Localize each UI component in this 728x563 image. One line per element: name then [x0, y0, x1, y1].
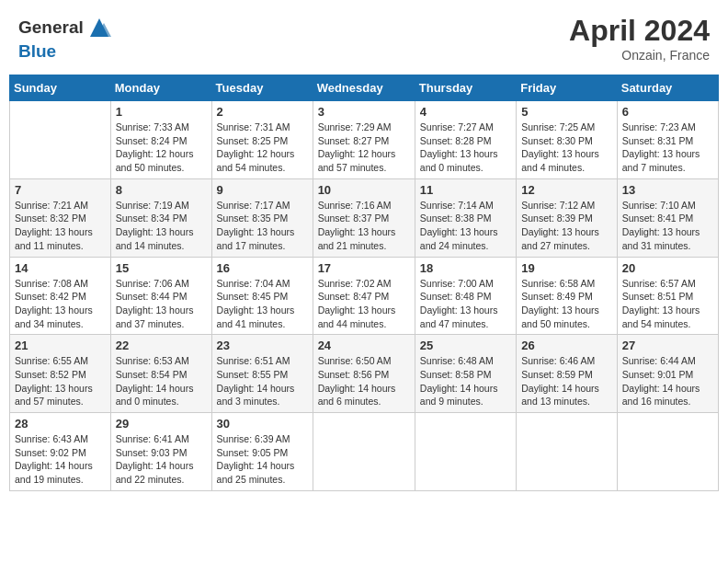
calendar-cell: 18Sunrise: 7:00 AM Sunset: 8:48 PM Dayli…	[415, 257, 516, 335]
logo-blue: Blue	[18, 41, 56, 62]
month-title: April 2024	[569, 14, 710, 48]
day-number: 21	[15, 339, 106, 352]
calendar-cell: 14Sunrise: 7:08 AM Sunset: 8:42 PM Dayli…	[10, 257, 111, 335]
day-number: 14	[15, 261, 106, 275]
calendar-cell: 12Sunrise: 7:12 AM Sunset: 8:39 PM Dayli…	[517, 178, 618, 257]
calendar-cell: 1Sunrise: 7:33 AM Sunset: 8:24 PM Daylig…	[110, 101, 211, 179]
day-info: Sunrise: 7:08 AM Sunset: 8:42 PM Dayligh…	[15, 277, 106, 331]
day-info: Sunrise: 7:02 AM Sunset: 8:47 PM Dayligh…	[318, 277, 410, 331]
calendar-cell	[617, 413, 718, 491]
day-number: 24	[318, 339, 410, 352]
day-number: 30	[217, 417, 308, 431]
day-number: 2	[217, 105, 308, 119]
calendar-cell	[313, 413, 415, 491]
day-number: 1	[116, 105, 207, 119]
day-info: Sunrise: 7:19 AM Sunset: 8:34 PM Dayligh…	[116, 199, 207, 253]
day-info: Sunrise: 7:10 AM Sunset: 8:41 PM Dayligh…	[622, 199, 713, 253]
calendar-cell: 30Sunrise: 6:39 AM Sunset: 9:05 PM Dayli…	[211, 413, 313, 491]
day-info: Sunrise: 6:50 AM Sunset: 8:56 PM Dayligh…	[318, 354, 410, 408]
day-info: Sunrise: 7:27 AM Sunset: 8:28 PM Dayligh…	[420, 121, 511, 175]
column-header-saturday: Saturday	[617, 75, 718, 101]
location: Onzain, France	[569, 48, 710, 63]
calendar-cell	[415, 413, 516, 491]
day-info: Sunrise: 7:04 AM Sunset: 8:45 PM Dayligh…	[217, 277, 308, 331]
day-number: 6	[622, 105, 713, 119]
calendar-cell: 9Sunrise: 7:17 AM Sunset: 8:35 PM Daylig…	[211, 178, 313, 257]
calendar-cell: 10Sunrise: 7:16 AM Sunset: 8:37 PM Dayli…	[313, 178, 415, 257]
page-header: General Blue April 2024 Onzain, France	[9, 9, 719, 67]
day-info: Sunrise: 6:55 AM Sunset: 8:52 PM Dayligh…	[15, 354, 106, 408]
column-header-wednesday: Wednesday	[313, 75, 415, 101]
day-info: Sunrise: 6:53 AM Sunset: 8:54 PM Dayligh…	[116, 354, 207, 408]
column-header-thursday: Thursday	[415, 75, 516, 101]
calendar-cell: 20Sunrise: 6:57 AM Sunset: 8:51 PM Dayli…	[617, 257, 718, 335]
day-info: Sunrise: 7:33 AM Sunset: 8:24 PM Dayligh…	[116, 121, 207, 175]
calendar-cell: 16Sunrise: 7:04 AM Sunset: 8:45 PM Dayli…	[211, 257, 313, 335]
day-number: 3	[318, 105, 410, 119]
calendar-cell: 24Sunrise: 6:50 AM Sunset: 8:56 PM Dayli…	[313, 335, 415, 413]
calendar-cell: 13Sunrise: 7:10 AM Sunset: 8:41 PM Dayli…	[617, 178, 718, 257]
day-number: 11	[420, 183, 511, 197]
column-header-sunday: Sunday	[10, 75, 111, 101]
day-info: Sunrise: 7:06 AM Sunset: 8:44 PM Dayligh…	[116, 277, 207, 331]
week-row-2: 7Sunrise: 7:21 AM Sunset: 8:32 PM Daylig…	[10, 178, 719, 257]
day-info: Sunrise: 7:14 AM Sunset: 8:38 PM Dayligh…	[420, 199, 511, 253]
day-info: Sunrise: 7:00 AM Sunset: 8:48 PM Dayligh…	[420, 277, 511, 331]
day-number: 20	[622, 261, 713, 275]
day-number: 12	[521, 183, 612, 197]
title-block: April 2024 Onzain, France	[569, 14, 710, 63]
day-number: 8	[116, 183, 207, 197]
day-number: 15	[116, 261, 207, 275]
day-info: Sunrise: 7:16 AM Sunset: 8:37 PM Dayligh…	[318, 199, 410, 253]
day-number: 18	[420, 261, 511, 275]
calendar-cell: 17Sunrise: 7:02 AM Sunset: 8:47 PM Dayli…	[313, 257, 415, 335]
day-number: 5	[521, 105, 612, 119]
day-info: Sunrise: 6:48 AM Sunset: 8:58 PM Dayligh…	[420, 354, 511, 408]
calendar-cell: 25Sunrise: 6:48 AM Sunset: 8:58 PM Dayli…	[415, 335, 516, 413]
calendar-cell: 27Sunrise: 6:44 AM Sunset: 9:01 PM Dayli…	[617, 335, 718, 413]
day-info: Sunrise: 7:31 AM Sunset: 8:25 PM Dayligh…	[217, 121, 308, 175]
day-number: 4	[420, 105, 511, 119]
calendar-cell	[10, 101, 111, 179]
day-number: 19	[521, 261, 612, 275]
day-info: Sunrise: 6:41 AM Sunset: 9:03 PM Dayligh…	[116, 432, 207, 487]
day-info: Sunrise: 6:39 AM Sunset: 9:05 PM Dayligh…	[217, 432, 308, 487]
day-info: Sunrise: 7:23 AM Sunset: 8:31 PM Dayligh…	[622, 121, 713, 175]
day-info: Sunrise: 6:57 AM Sunset: 8:51 PM Dayligh…	[622, 277, 713, 331]
calendar-cell: 15Sunrise: 7:06 AM Sunset: 8:44 PM Dayli…	[110, 257, 211, 335]
week-row-1: 1Sunrise: 7:33 AM Sunset: 8:24 PM Daylig…	[10, 101, 719, 179]
calendar-cell: 2Sunrise: 7:31 AM Sunset: 8:25 PM Daylig…	[211, 101, 313, 179]
calendar-cell: 8Sunrise: 7:19 AM Sunset: 8:34 PM Daylig…	[110, 178, 211, 257]
week-row-5: 28Sunrise: 6:43 AM Sunset: 9:02 PM Dayli…	[10, 413, 719, 491]
column-header-friday: Friday	[517, 75, 618, 101]
calendar-cell: 23Sunrise: 6:51 AM Sunset: 8:55 PM Dayli…	[211, 335, 313, 413]
calendar-cell: 22Sunrise: 6:53 AM Sunset: 8:54 PM Dayli…	[110, 335, 211, 413]
day-info: Sunrise: 7:17 AM Sunset: 8:35 PM Dayligh…	[217, 199, 308, 253]
day-number: 17	[318, 261, 410, 275]
day-number: 27	[622, 339, 713, 352]
calendar-cell: 3Sunrise: 7:29 AM Sunset: 8:27 PM Daylig…	[313, 101, 415, 179]
day-number: 9	[217, 183, 308, 197]
day-info: Sunrise: 7:25 AM Sunset: 8:30 PM Dayligh…	[521, 121, 612, 175]
day-info: Sunrise: 7:29 AM Sunset: 8:27 PM Dayligh…	[318, 121, 410, 175]
calendar-cell: 5Sunrise: 7:25 AM Sunset: 8:30 PM Daylig…	[517, 101, 618, 179]
calendar-cell: 26Sunrise: 6:46 AM Sunset: 8:59 PM Dayli…	[517, 335, 618, 413]
day-info: Sunrise: 6:51 AM Sunset: 8:55 PM Dayligh…	[217, 354, 308, 408]
week-row-3: 14Sunrise: 7:08 AM Sunset: 8:42 PM Dayli…	[10, 257, 719, 335]
calendar-cell: 7Sunrise: 7:21 AM Sunset: 8:32 PM Daylig…	[10, 178, 111, 257]
calendar-cell	[517, 413, 618, 491]
day-number: 22	[116, 339, 207, 352]
calendar-cell: 21Sunrise: 6:55 AM Sunset: 8:52 PM Dayli…	[10, 335, 111, 413]
calendar-cell: 6Sunrise: 7:23 AM Sunset: 8:31 PM Daylig…	[617, 101, 718, 179]
week-row-4: 21Sunrise: 6:55 AM Sunset: 8:52 PM Dayli…	[10, 335, 719, 413]
day-number: 23	[217, 339, 308, 352]
day-number: 25	[420, 339, 511, 352]
day-number: 28	[15, 417, 106, 431]
logo-icon	[85, 14, 113, 41]
day-info: Sunrise: 6:44 AM Sunset: 9:01 PM Dayligh…	[622, 354, 713, 408]
calendar-header-row: SundayMondayTuesdayWednesdayThursdayFrid…	[10, 75, 719, 101]
day-info: Sunrise: 6:46 AM Sunset: 8:59 PM Dayligh…	[521, 354, 612, 408]
calendar-cell: 11Sunrise: 7:14 AM Sunset: 8:38 PM Dayli…	[415, 178, 516, 257]
day-number: 10	[318, 183, 410, 197]
logo-general: General	[18, 17, 84, 38]
